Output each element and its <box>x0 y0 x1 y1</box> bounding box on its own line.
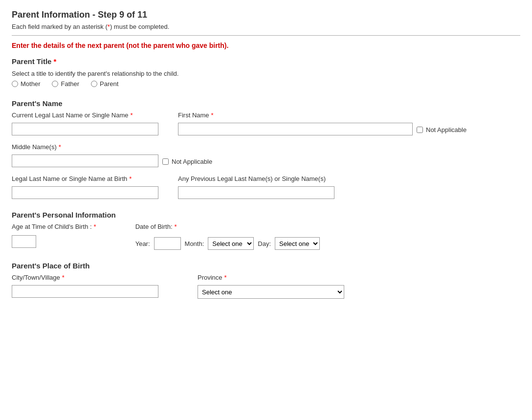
province-select[interactable]: Select one Alberta British Columbia Mani… <box>198 285 344 299</box>
year-input[interactable] <box>154 237 181 250</box>
age-label: Age at Time of Child's Birth : <box>12 223 92 230</box>
alert-message: Enter the details of the next parent (no… <box>12 42 520 49</box>
age-input[interactable] <box>12 235 36 248</box>
legal-last-name-label: Legal Last Name or Single Name at Birth <box>12 175 127 182</box>
city-label: City/Town/Village <box>12 274 60 281</box>
parent-title-section: Parent Title * Select a title to identif… <box>12 57 520 88</box>
personal-info-row: Age at Time of Child's Birth : * Date of… <box>12 223 520 250</box>
middle-name-col: Middle Name(s) * Not Applicable <box>12 143 212 167</box>
age-label-row: Age at Time of Child's Birth : * <box>12 223 96 230</box>
last-name-required: * <box>130 111 133 119</box>
legal-last-name-required: * <box>129 175 132 182</box>
place-of-birth-heading: Parent's Place of Birth <box>12 262 520 270</box>
first-name-label: First Name <box>178 111 209 119</box>
province-label: Province <box>198 274 222 281</box>
radio-father-input[interactable] <box>52 81 58 87</box>
radio-parent-input[interactable] <box>91 81 97 87</box>
radio-mother[interactable]: Mother <box>12 80 40 88</box>
middle-name-na-checkbox[interactable] <box>162 158 169 165</box>
parent-title-required-star: * <box>54 57 57 66</box>
city-required: * <box>62 274 65 281</box>
first-name-input[interactable] <box>178 123 413 135</box>
personal-info-section: Parent's Personal Information Age at Tim… <box>12 211 520 250</box>
section-title-text: Parent Title <box>12 57 51 66</box>
province-required: * <box>224 274 227 281</box>
page-subtitle: Each field marked by an asterisk (*) mus… <box>12 23 520 30</box>
age-col: Age at Time of Child's Birth : * <box>12 223 96 248</box>
dob-col: Date of Birth: * Year: Month: Select one… <box>135 223 320 250</box>
legal-last-name-label-row: Legal Last Name or Single Name at Birth … <box>12 175 158 182</box>
previous-name-label-row: Any Previous Legal Last Name(s) or Singl… <box>178 175 334 182</box>
radio-mother-label: Mother <box>21 80 40 88</box>
middle-name-input[interactable] <box>12 155 158 167</box>
dob-label-row: Date of Birth: * <box>135 223 320 230</box>
middle-name-label-row: Middle Name(s) * <box>12 143 212 151</box>
city-col: City/Town/Village* <box>12 274 158 298</box>
age-required: * <box>94 223 96 230</box>
subtitle-suffix: ) must be completed. <box>110 23 169 30</box>
first-name-na-label[interactable]: Not Applicable <box>417 126 466 133</box>
radio-mother-input[interactable] <box>12 81 18 87</box>
place-of-birth-section: Parent's Place of Birth City/Town/Villag… <box>12 262 520 299</box>
parents-name-heading: Parent's Name <box>12 99 520 108</box>
previous-name-input[interactable] <box>178 186 334 199</box>
city-label-row: City/Town/Village* <box>12 274 158 281</box>
subtitle-prefix: Each field marked by an asterisk ( <box>12 23 108 30</box>
name-row-1: Current Legal Last Name or Single Name *… <box>12 111 520 135</box>
dob-row: Year: Month: Select one January February… <box>135 237 320 250</box>
radio-father-label: Father <box>61 80 79 88</box>
middle-name-na-label[interactable]: Not Applicable <box>162 158 212 165</box>
last-name-col: Current Legal Last Name or Single Name * <box>12 111 158 135</box>
name-row-3: Legal Last Name or Single Name at Birth … <box>12 175 520 199</box>
first-name-label-row: First Name * <box>178 111 466 119</box>
legal-last-name-input[interactable] <box>12 186 158 199</box>
dob-required: * <box>175 223 177 230</box>
parent-title-description: Select a title to identify the parent's … <box>12 70 178 77</box>
page-title: Parent Information - Step 9 of 11 <box>12 10 520 20</box>
radio-parent[interactable]: Parent <box>91 80 118 88</box>
first-name-col: First Name * Not Applicable <box>178 111 466 135</box>
radio-parent-label: Parent <box>100 80 118 88</box>
first-name-na-text: Not Applicable <box>426 126 466 133</box>
parents-name-section: Parent's Name Current Legal Last Name or… <box>12 99 520 199</box>
month-label: Month: <box>185 240 204 247</box>
previous-name-label: Any Previous Legal Last Name(s) or Singl… <box>178 175 326 182</box>
middle-name-na-text: Not Applicable <box>172 158 212 165</box>
legal-last-name-col: Legal Last Name or Single Name at Birth … <box>12 175 158 199</box>
personal-info-heading: Parent's Personal Information <box>12 211 520 219</box>
last-name-label-row: Current Legal Last Name or Single Name * <box>12 111 158 119</box>
year-label: Year: <box>135 240 150 247</box>
middle-name-label: Middle Name(s) <box>12 143 57 151</box>
previous-name-col: Any Previous Legal Last Name(s) or Singl… <box>178 175 334 199</box>
last-name-input[interactable] <box>12 123 158 135</box>
middle-name-required: * <box>59 143 61 151</box>
radio-father[interactable]: Father <box>52 80 79 88</box>
month-select[interactable]: Select one January February March April … <box>208 237 254 250</box>
city-input[interactable] <box>12 285 158 298</box>
divider <box>12 35 520 36</box>
province-label-row: Province* <box>198 274 344 281</box>
day-label: Day: <box>258 240 271 247</box>
province-col: Province* Select one Alberta British Col… <box>198 274 344 299</box>
place-row: City/Town/Village* Province* Select one … <box>12 274 520 299</box>
name-row-2: Middle Name(s) * Not Applicable <box>12 143 520 167</box>
parent-title-heading: Parent Title * <box>12 57 520 66</box>
day-select[interactable]: Select one 12345 678910 1112131415 16171… <box>275 237 320 250</box>
last-name-label: Current Legal Last Name or Single Name <box>12 111 128 119</box>
first-name-na-checkbox[interactable] <box>417 127 423 133</box>
first-name-required: * <box>211 111 214 119</box>
dob-label: Date of Birth: <box>135 223 173 230</box>
parent-title-radio-group: Mother Father Parent <box>12 80 520 88</box>
